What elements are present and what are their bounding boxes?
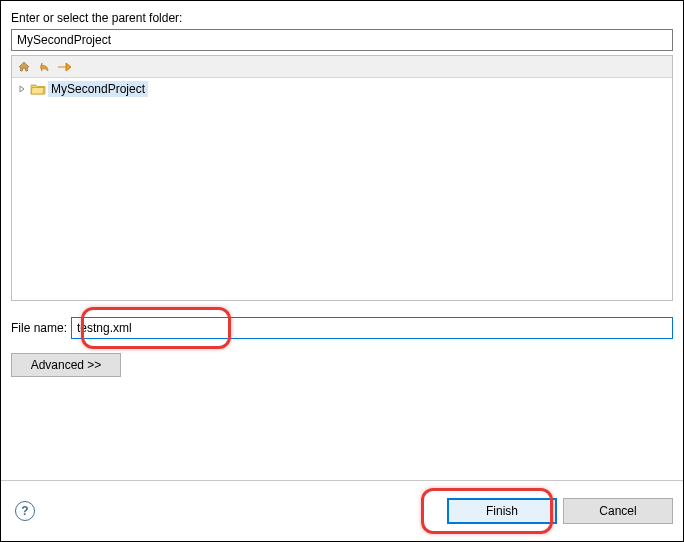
tree-toolbar [12, 56, 672, 78]
back-icon[interactable] [36, 59, 52, 75]
forward-icon[interactable] [56, 59, 72, 75]
parent-folder-label: Enter or select the parent folder: [11, 11, 673, 25]
home-icon[interactable] [16, 59, 32, 75]
finish-button[interactable]: Finish [447, 498, 557, 524]
parent-folder-input[interactable] [11, 29, 673, 51]
file-name-input[interactable] [71, 317, 673, 339]
folder-tree: MySecondProject [11, 55, 673, 301]
chevron-right-icon[interactable] [16, 83, 28, 95]
tree-body[interactable]: MySecondProject [12, 78, 672, 300]
help-icon[interactable]: ? [15, 501, 35, 521]
file-name-label: File name: [11, 321, 67, 335]
tree-item-label: MySecondProject [48, 81, 148, 97]
cancel-button[interactable]: Cancel [563, 498, 673, 524]
folder-icon [30, 82, 46, 96]
advanced-button[interactable]: Advanced >> [11, 353, 121, 377]
tree-item-project[interactable]: MySecondProject [14, 80, 670, 98]
